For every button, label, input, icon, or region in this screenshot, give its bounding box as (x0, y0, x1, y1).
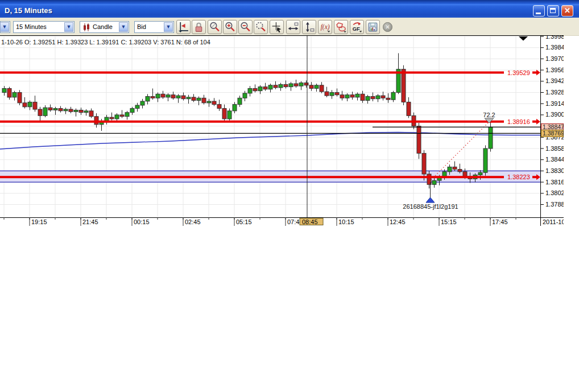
y-tick-label: 1.3802 (545, 189, 564, 196)
candle (171, 95, 175, 98)
candle (376, 96, 380, 99)
candle (140, 101, 144, 105)
candle (161, 94, 165, 97)
y-tick-label: 1.3816 (545, 179, 564, 185)
x-tick-label: 05:15 (236, 218, 252, 225)
red-level-label: 1.38916 (507, 118, 530, 125)
x-tick-label: 02:45 (185, 218, 201, 225)
y-tick-label: 1.3900 (545, 111, 564, 118)
chevron-down-icon[interactable]: ▼ (64, 22, 73, 32)
chart-style-combo[interactable]: Candle ▼ (80, 21, 129, 33)
candle (33, 102, 37, 109)
candle (268, 85, 272, 89)
candle (192, 97, 196, 101)
vertical-scale-button[interactable] (302, 20, 316, 34)
candle (320, 85, 324, 92)
candle (350, 95, 354, 97)
svg-text:f(x): f(x) (321, 23, 330, 31)
candle (110, 117, 114, 119)
crosshair-time-label: 08:45 (302, 218, 318, 225)
candles-icon (82, 23, 91, 33)
candle (2, 89, 6, 93)
y-tick-label: 1.3858 (545, 145, 564, 152)
candle (325, 92, 329, 96)
zoom-button[interactable] (208, 20, 222, 34)
candle (233, 105, 237, 111)
chevron-down-icon[interactable]: ▼ (119, 22, 128, 32)
crosshair-button[interactable] (270, 20, 284, 34)
candle (238, 98, 242, 104)
candle (453, 167, 457, 169)
drawing-tools-button[interactable] (334, 20, 348, 34)
y-tick-label: 1.3942 (545, 77, 564, 84)
axis-settings-button[interactable] (176, 20, 191, 34)
candle (64, 109, 68, 111)
zoom-in-button[interactable] (223, 20, 237, 34)
candle (212, 101, 216, 105)
candle (181, 96, 185, 99)
close-button[interactable]: ✕ (561, 5, 573, 16)
candle (391, 93, 395, 100)
toolbar: ▼ 15 Minutes ▼ Candle ▼ Bid ▼ f(x)GF✕ (0, 18, 579, 36)
candle (315, 85, 319, 89)
maximize-button[interactable] (547, 5, 559, 16)
chevron-down-icon[interactable]: ▼ (164, 22, 173, 32)
candle (187, 97, 191, 99)
minimize-button[interactable] (533, 5, 545, 16)
candle (448, 167, 452, 171)
connection-status-button[interactable]: ✕ (383, 22, 392, 32)
signal-label: 26168845-jf1l2g191 (403, 203, 458, 210)
candle (489, 127, 493, 148)
red-level-label: 1.38223 (507, 174, 530, 180)
candle (248, 89, 252, 93)
gf-tools-button[interactable]: GF (350, 20, 364, 34)
red-level-label: 1.39529 (507, 69, 530, 76)
price-side-value: Bid (137, 23, 146, 30)
price-chart[interactable]: 1.395291.389161.3822372.226168845-jf1l2g… (0, 35, 564, 226)
candle (483, 148, 487, 172)
candle (345, 95, 349, 98)
period-combo[interactable]: 15 Minutes ▼ (13, 21, 75, 33)
indicators-button[interactable]: f(x) (318, 20, 332, 34)
candle (207, 101, 211, 103)
titlebar[interactable]: D, 15 Minutes ✕ (0, 4, 579, 18)
candle (335, 93, 339, 95)
chevron-down-icon[interactable]: ▼ (0, 22, 9, 32)
candle (366, 97, 370, 101)
candle (371, 97, 375, 99)
y-tick-label: 1.3844 (545, 156, 564, 163)
candle (202, 98, 206, 102)
price-side-combo[interactable]: Bid ▼ (134, 21, 174, 33)
candle (13, 93, 16, 97)
desktop: { "window": { "title": "D, 15 Minutes", … (0, 0, 579, 392)
candle (274, 85, 278, 88)
candle (79, 110, 83, 113)
candle (263, 87, 267, 89)
candle (166, 95, 170, 97)
chart-area[interactable]: 1.395291.389161.3822372.226168845-jf1l2g… (0, 35, 564, 226)
axis-price-label: 1.38769 (543, 130, 564, 137)
partial-combo[interactable]: ▼ (0, 21, 10, 33)
candle (74, 110, 78, 112)
y-tick-label: 1.3788 (545, 201, 564, 208)
y-tick-label: 1.3914 (545, 100, 564, 107)
candle (176, 96, 180, 98)
ohlc-info: 1-10-26 O: 1.39251 H: 1.39323 L: 1.39191… (1, 39, 210, 46)
candle (28, 102, 32, 106)
zoom-out-button[interactable] (238, 20, 253, 34)
lock-scale-button[interactable] (192, 20, 206, 34)
candle (304, 83, 308, 85)
candle (125, 113, 129, 117)
horizontal-scale-button[interactable] (286, 20, 300, 34)
save-chart-button[interactable] (366, 20, 380, 34)
x-tick-label: 17:45 (492, 218, 508, 225)
candle (330, 93, 334, 96)
candle (463, 172, 467, 176)
candle (407, 102, 411, 115)
zoom-region-button[interactable] (254, 20, 268, 34)
measure-label: 72.2 (483, 112, 495, 118)
x-tick-label: 19:15 (31, 218, 47, 225)
candle (478, 172, 482, 175)
period-value: 15 Minutes (16, 23, 47, 30)
x-tick-label: 00:15 (134, 218, 150, 225)
